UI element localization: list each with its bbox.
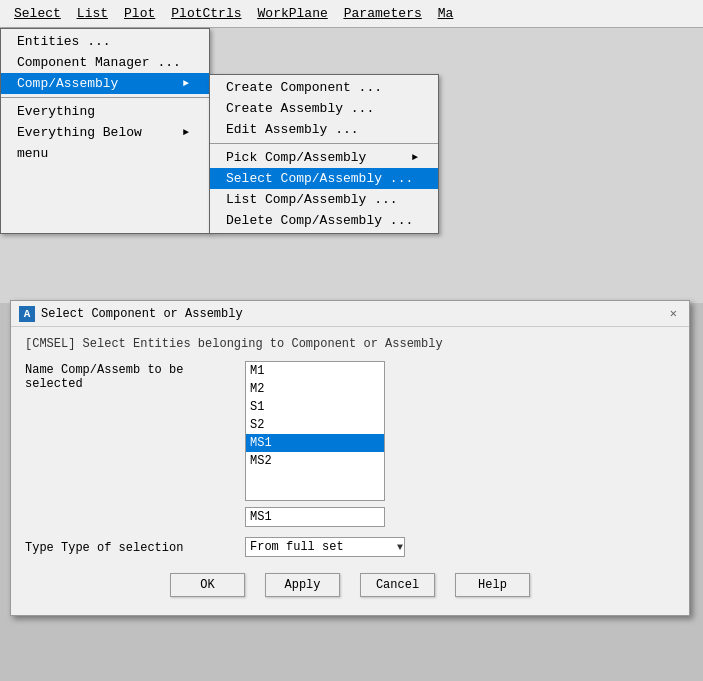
menu-item-create-component[interactable]: Create Component ...	[210, 77, 438, 98]
dialog-body: [CMSEL] Select Entities belonging to Com…	[11, 327, 689, 615]
dialog-title-icon: A	[19, 306, 35, 322]
menu-item-everything[interactable]: Everything	[1, 101, 209, 122]
dialog-name-row: Name Comp/Assemb to be selected M1 M2 S1…	[25, 361, 675, 527]
help-button[interactable]: Help	[455, 573, 530, 597]
menu-workplane[interactable]: WorkPlane	[250, 4, 336, 23]
dialog-dropdown-wrapper: From full set Reselect Also select Unsel…	[245, 537, 405, 557]
dialog-close-button[interactable]: ✕	[666, 305, 681, 322]
select-menu: Entities ... Component Manager ... Comp/…	[0, 28, 210, 234]
listbox-item-m2[interactable]: M2	[246, 380, 384, 398]
listbox-item-s2[interactable]: S2	[246, 416, 384, 434]
menubar: Select List Plot PlotCtrls WorkPlane Par…	[0, 0, 703, 28]
dialog-type-row: Type Type of selection From full set Res…	[25, 537, 675, 557]
dialog-listbox-wrapper: M1 M2 S1 S2 MS1 MS2	[245, 361, 385, 527]
menu-item-comp-assembly[interactable]: Comp/Assembly ►	[1, 73, 209, 94]
menu-ma[interactable]: Ma	[430, 4, 462, 23]
apply-button[interactable]: Apply	[265, 573, 340, 597]
menu-item-pick-comp-assembly[interactable]: Pick Comp/Assembly ►	[210, 147, 438, 168]
menu-item-everything-below[interactable]: Everything Below ►	[1, 122, 209, 143]
dialog-buttons: OK Apply Cancel Help	[25, 573, 675, 605]
menu-plot[interactable]: Plot	[116, 4, 163, 23]
dialog-titlebar: A Select Component or Assembly ✕	[11, 301, 689, 327]
menu-item-create-assembly[interactable]: Create Assembly ...	[210, 98, 438, 119]
menu-parameters[interactable]: Parameters	[336, 4, 430, 23]
menu-item-select-comp-assembly[interactable]: Select Comp/Assembly ...	[210, 168, 438, 189]
menu-item-entities[interactable]: Entities ...	[1, 31, 209, 52]
name-input-wrapper	[245, 507, 385, 527]
menu-item-component-manager[interactable]: Component Manager ...	[1, 52, 209, 73]
menu-item-list-comp-assembly[interactable]: List Comp/Assembly ...	[210, 189, 438, 210]
dialog-name-label: Name Comp/Assemb to be selected	[25, 361, 245, 391]
name-input[interactable]	[245, 507, 385, 527]
dialog-select-comp-assembly: A Select Component or Assembly ✕ [CMSEL]…	[10, 300, 690, 616]
cancel-button[interactable]: Cancel	[360, 573, 435, 597]
submenu-arrow-pick: ►	[412, 152, 418, 163]
dialog-title: A Select Component or Assembly	[19, 306, 243, 322]
menu-plotctrls[interactable]: PlotCtrls	[163, 4, 249, 23]
ok-button[interactable]: OK	[170, 573, 245, 597]
listbox-item-m1[interactable]: M1	[246, 362, 384, 380]
dialog-instruction: [CMSEL] Select Entities belonging to Com…	[25, 337, 675, 351]
dialog-listbox[interactable]: M1 M2 S1 S2 MS1 MS2	[245, 361, 385, 501]
menu-item-menu[interactable]: menu	[1, 143, 209, 164]
menu-separator-2	[210, 143, 438, 144]
menu-separator-1	[1, 97, 209, 98]
menu-item-edit-assembly[interactable]: Edit Assembly ...	[210, 119, 438, 140]
menu-list[interactable]: List	[69, 4, 116, 23]
dialog-type-label: Type Type of selection	[25, 539, 245, 555]
menu-select[interactable]: Select	[6, 4, 69, 23]
listbox-item-s1[interactable]: S1	[246, 398, 384, 416]
listbox-item-ms1[interactable]: MS1	[246, 434, 384, 452]
listbox-item-ms2[interactable]: MS2	[246, 452, 384, 470]
submenu-arrow-comp: ►	[183, 78, 189, 89]
dialog-title-text: Select Component or Assembly	[41, 307, 243, 321]
submenu-arrow-below: ►	[183, 127, 189, 138]
comp-assembly-submenu: Create Component ... Create Assembly ...…	[209, 74, 439, 234]
dialog-type-dropdown[interactable]: From full set Reselect Also select Unsel…	[245, 537, 405, 557]
menu-item-delete-comp-assembly[interactable]: Delete Comp/Assembly ...	[210, 210, 438, 231]
